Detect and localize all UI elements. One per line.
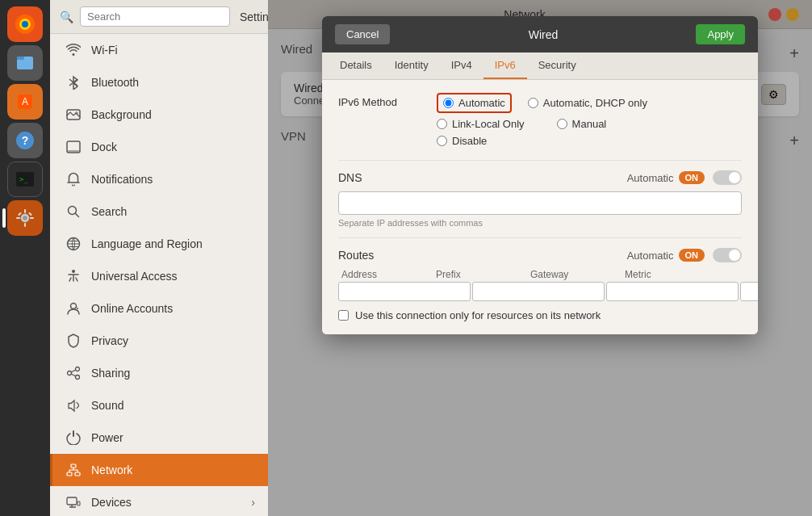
sidebar-item-sound[interactable]: Sound — [50, 389, 268, 422]
sidebar-item-devices[interactable]: Devices › — [50, 486, 268, 516]
dns-toggle-track[interactable] — [713, 170, 742, 185]
sidebar-item-notifications[interactable]: Notifications — [50, 163, 268, 195]
svg-point-12 — [23, 216, 27, 220]
radio-link-local[interactable]: Link-Local Only — [437, 118, 525, 130]
radio-disable-label: Disable — [452, 135, 487, 147]
sidebar-item-search-label: Search — [91, 205, 127, 218]
radio-dhcp-label: Automatic, DHCP only — [543, 97, 647, 109]
dns-toggle[interactable]: ON — [679, 171, 705, 184]
dock-icon-terminal[interactable]: >_ — [7, 162, 43, 197]
routes-toggle-track[interactable] — [713, 248, 742, 262]
ipv6-method-row-3: Disable — [437, 135, 742, 147]
sidebar-item-online-accounts[interactable]: Online Accounts — [50, 292, 268, 325]
sidebar-item-wifi[interactable]: Wi-Fi — [50, 34, 268, 66]
tab-ipv4[interactable]: IPv4 — [440, 52, 483, 79]
svg-rect-16 — [30, 217, 34, 219]
wifi-icon — [65, 42, 82, 58]
notifications-icon — [65, 171, 82, 187]
svg-point-29 — [76, 375, 80, 380]
metric-input[interactable] — [740, 282, 758, 301]
cancel-button[interactable]: Cancel — [335, 24, 390, 44]
sidebar-item-sharing[interactable]: Sharing — [50, 357, 268, 389]
radio-link-local-input[interactable] — [437, 119, 447, 129]
sidebar-item-language[interactable]: Language and Region — [50, 228, 268, 260]
sidebar-item-privacy[interactable]: Privacy — [50, 325, 268, 357]
power-icon — [65, 430, 82, 446]
routes-toggle[interactable]: ON — [679, 249, 705, 262]
sidebar-item-power[interactable]: Power — [50, 422, 268, 454]
dock-icon-settings[interactable] — [7, 200, 43, 236]
sidebar-item-dock[interactable]: Dock — [50, 131, 268, 163]
ipv6-method-options: Automatic Automatic, DHCP only Link-Loca… — [437, 93, 742, 147]
sidebar-item-wifi-label: Wi-Fi — [91, 44, 118, 57]
svg-rect-15 — [16, 217, 20, 219]
svg-rect-14 — [24, 223, 26, 227]
radio-link-local-label: Link-Local Only — [452, 118, 525, 130]
connection-only-row: Use this connection only for resources o… — [338, 309, 742, 321]
search-sidebar-icon — [65, 203, 82, 220]
col-prefix: Prefix — [436, 269, 530, 280]
sidebar-item-search[interactable]: Search — [50, 195, 268, 228]
dock-icon-help[interactable]: ? — [7, 123, 43, 158]
tab-details[interactable]: Details — [329, 52, 383, 79]
radio-disable[interactable]: Disable — [437, 135, 487, 147]
radio-dhcp-input[interactable] — [528, 98, 538, 108]
dns-input[interactable] — [338, 191, 742, 215]
sidebar-item-language-label: Language and Region — [91, 237, 203, 250]
radio-manual[interactable]: Manual — [557, 118, 607, 130]
routes-auto-container: Automatic ON — [627, 248, 742, 262]
svg-text:A: A — [22, 96, 28, 107]
svg-rect-34 — [77, 501, 80, 506]
routes-table-header: Address Prefix Gateway Metric — [338, 269, 742, 280]
settings-header-label: Settings — [240, 10, 268, 23]
radio-automatic[interactable]: Automatic — [437, 93, 512, 113]
svg-point-2 — [22, 21, 28, 27]
routes-label: Routes — [338, 249, 374, 262]
svg-rect-22 — [68, 150, 79, 152]
bluetooth-icon — [65, 74, 82, 90]
gateway-input[interactable] — [606, 282, 739, 301]
radio-automatic-input[interactable] — [443, 98, 454, 108]
dialog-body: IPv6 Method Automatic Automatic, DHCP on… — [322, 80, 758, 334]
ipv6-method-label: IPv6 Method — [338, 93, 427, 108]
radio-automatic-dhcp[interactable]: Automatic, DHCP only — [528, 93, 647, 113]
sidebar-item-network-label: Network — [91, 464, 132, 476]
svg-point-25 — [72, 270, 75, 273]
col-metric: Metric — [625, 269, 719, 280]
devices-icon — [65, 494, 82, 510]
dock-icon-store[interactable]: A — [7, 84, 43, 120]
devices-expand-icon: › — [251, 496, 255, 509]
sidebar-item-bluetooth-label: Bluetooth — [91, 76, 139, 89]
dialog-overlay: Cancel Wired Apply Details Identity IPv4… — [268, 0, 812, 516]
sidebar-item-sharing-label: Sharing — [91, 367, 130, 380]
svg-rect-18 — [28, 212, 32, 216]
sidebar-item-devices-label: Devices — [91, 496, 132, 509]
sidebar-item-sound-label: Sound — [91, 399, 123, 412]
network-icon — [65, 462, 82, 478]
sound-icon — [65, 397, 82, 413]
svg-text:?: ? — [22, 134, 29, 147]
dock-icon-firefox[interactable] — [7, 6, 43, 42]
routes-toggle-knob — [729, 250, 740, 261]
svg-point-28 — [68, 371, 72, 375]
svg-rect-31 — [67, 472, 72, 476]
address-input[interactable] — [338, 282, 471, 301]
dock-icon-files[interactable] — [7, 45, 43, 81]
svg-rect-4 — [17, 57, 24, 60]
radio-disable-input[interactable] — [437, 136, 447, 146]
tab-security[interactable]: Security — [527, 52, 588, 79]
apply-button[interactable]: Apply — [696, 24, 745, 44]
sidebar-item-power-label: Power — [91, 431, 123, 444]
col-address: Address — [341, 269, 436, 280]
tab-identity[interactable]: Identity — [383, 52, 440, 79]
radio-manual-input[interactable] — [557, 119, 567, 129]
sidebar-item-universal-access[interactable]: Universal Access — [50, 260, 268, 292]
sidebar-item-bluetooth[interactable]: Bluetooth — [50, 66, 268, 99]
sidebar-item-background[interactable]: Background — [50, 99, 268, 131]
connection-only-checkbox[interactable] — [338, 310, 349, 321]
dns-toggle-knob — [729, 172, 740, 183]
tab-ipv6[interactable]: IPv6 — [483, 52, 527, 79]
search-input[interactable] — [80, 6, 230, 27]
sidebar-item-network[interactable]: Network — [50, 454, 268, 486]
prefix-input[interactable] — [472, 282, 605, 301]
